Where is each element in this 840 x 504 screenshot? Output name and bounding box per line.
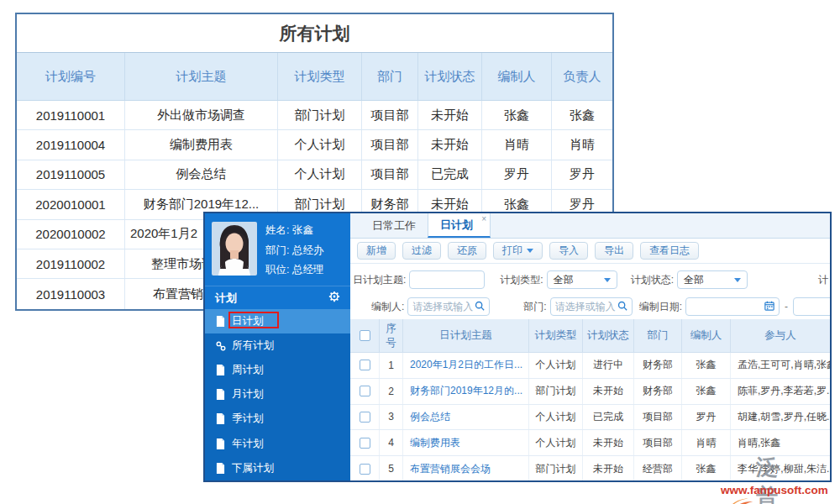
tab-daily-work[interactable]: 日常工作 — [360, 213, 428, 238]
cell-dept: 项目部 — [634, 405, 682, 430]
cell-subject-link[interactable]: 例会总结 — [403, 405, 529, 430]
status-filter-label: 计划状态: — [631, 273, 674, 287]
main-area: 日常工作 日计划 × 新增 过滤 还原 打印 导入 导出 查看日志 日计划主题: — [350, 213, 830, 480]
sidebar-item-label: 季计划 — [232, 412, 264, 426]
creator-filter-label: 编制人: — [371, 300, 404, 314]
row-checkbox[interactable] — [360, 438, 370, 449]
cell-dept: 财务部 — [634, 353, 682, 378]
select-all-checkbox[interactable] — [360, 330, 370, 341]
cell-plan-no: 2019110005 — [17, 160, 125, 189]
cell-type: 个人计划 — [529, 405, 583, 430]
dept-filter-label: 部门: — [523, 300, 546, 314]
fanpu-logo-icon — [724, 496, 754, 504]
column-header: 部门 — [362, 53, 418, 100]
cell-type: 个人计划 — [529, 430, 583, 455]
dept-filter-input[interactable] — [555, 301, 617, 312]
tab-daily-plan[interactable]: 日计划 × — [428, 213, 491, 238]
search-icon[interactable] — [617, 301, 627, 313]
cell-owner: 罗丹 — [552, 160, 612, 189]
cell-creator: 张鑫 — [482, 101, 552, 129]
row-checkbox[interactable] — [360, 412, 370, 423]
gear-icon[interactable] — [328, 291, 340, 305]
add-button[interactable]: 新增 — [357, 242, 396, 260]
filter-button[interactable]: 过滤 — [402, 242, 441, 260]
sidebar-item-monthly-plan[interactable]: 月计划 — [205, 382, 350, 407]
profile-info: 姓名: 张鑫 部门: 总经办 职位: 总经理 — [265, 222, 323, 279]
import-button[interactable]: 导入 — [549, 242, 588, 260]
cell-plan-no: 2019110003 — [17, 279, 125, 308]
table-row[interactable]: 2019110004 编制费用表 个人计划 项目部 未开始 肖晴 肖晴 — [17, 130, 612, 160]
filter-row-2: 编制人: 部门: 编制日期: — [350, 297, 830, 317]
view-log-button[interactable]: 查看日志 — [640, 242, 699, 260]
cell-creator: 肖晴 — [682, 430, 731, 455]
cell-status: 已完成 — [583, 405, 634, 430]
cell-subject: 编制费用表 — [125, 130, 278, 159]
date-end-input[interactable] — [798, 301, 830, 312]
cell-creator: 肖晴 — [482, 130, 552, 159]
table-row[interactable]: 5 布置营销展会会场 部门计划 未开始 经营部 张鑫 李华,李婷,柳甜,朱洁..… — [350, 456, 830, 480]
cell-subject-link[interactable]: 布置营销展会会场 — [403, 456, 529, 480]
screen: 所有计划 计划编号 计划主题 计划类型 部门 计划状态 编制人 负责人 2019… — [0, 0, 840, 504]
sidebar-item-weekly-plan[interactable]: 周计划 — [205, 358, 350, 382]
page-title: 所有计划 — [17, 14, 612, 53]
all-plans-header-row: 计划编号 计划主题 计划类型 部门 计划状态 编制人 负责人 — [17, 53, 612, 101]
type-filter-select[interactable]: 全部 — [547, 270, 617, 289]
cell-subject: 外出做市场调查 — [125, 101, 278, 129]
row-checkbox[interactable] — [360, 464, 370, 475]
column-header: 编制人 — [682, 319, 731, 352]
column-header: 负责人 — [552, 53, 612, 100]
cell-dept: 经营部 — [634, 456, 682, 480]
cell-participants: 孟浩,王可可,肖晴,张鑫 — [731, 353, 830, 378]
export-button[interactable]: 导出 — [595, 242, 633, 260]
cell-creator: 罗丹 — [682, 405, 731, 430]
row-checkbox[interactable] — [360, 386, 370, 396]
row-checkbox[interactable] — [360, 360, 370, 370]
cell-subject-link[interactable]: 编制费用表 — [403, 430, 529, 455]
cell-no: 4 — [380, 430, 403, 455]
user-profile: 姓名: 张鑫 部门: 总经办 职位: 总经理 — [205, 213, 350, 286]
search-icon[interactable] — [475, 301, 485, 313]
status-filter-select[interactable]: 全部 — [677, 270, 748, 289]
sidebar-item-quarterly-plan[interactable]: 季计划 — [205, 407, 350, 431]
file-icon — [216, 316, 226, 327]
calendar-icon[interactable] — [764, 301, 774, 313]
date-start-input[interactable] — [690, 301, 764, 312]
restore-button[interactable]: 还原 — [448, 242, 486, 260]
cell-plan-no: 2019110002 — [17, 249, 125, 278]
column-header: 计划类型 — [278, 53, 362, 100]
clipped-filter-label: 计 — [818, 273, 828, 287]
cell-plan-no: 2019110004 — [17, 130, 125, 159]
creator-filter-input[interactable] — [412, 301, 475, 312]
cell-type: 部门计划 — [529, 456, 583, 480]
table-row[interactable]: 1 2020年1月2日的工作日... 个人计划 进行中 财务部 张鑫 孟浩,王可… — [350, 353, 830, 379]
table-row[interactable]: 2019110001 外出做市场调查 部门计划 项目部 未开始 张鑫 张鑫 — [17, 101, 612, 130]
table-row[interactable]: 2019110005 例会总结 个人计划 项目部 已完成 罗丹 罗丹 — [17, 160, 612, 190]
column-header: 序号 — [380, 319, 403, 352]
close-icon[interactable]: × — [481, 214, 486, 223]
cell-participants: 李华,李婷,柳甜,朱洁... — [731, 456, 830, 480]
profile-position: 职位: 总经理 — [265, 263, 323, 277]
sidebar-item-yearly-plan[interactable]: 年计划 — [205, 431, 350, 455]
cell-plan-no: 2020010001 — [17, 190, 125, 218]
table-row[interactable]: 2 财务部门2019年12月的... 部门计划 未开始 财务部 张鑫 陈菲,罗丹… — [350, 379, 830, 405]
sidebar-menu: 日计划 所有计划 周计划 月计划 季计划 — [205, 309, 350, 480]
sidebar-item-all-plans[interactable]: 所有计划 — [205, 333, 350, 358]
toolbar: 新增 过滤 还原 打印 导入 导出 查看日志 — [350, 239, 830, 264]
column-header: 计划主题 — [125, 53, 278, 100]
subject-filter-input[interactable] — [409, 270, 485, 289]
table-row[interactable]: 3 例会总结 个人计划 已完成 项目部 罗丹 胡建,胡雪,罗丹,任晓... — [350, 405, 830, 431]
sidebar-item-label: 年计划 — [232, 437, 264, 451]
cell-participants: 胡建,胡雪,罗丹,任晓... — [731, 405, 830, 430]
table-row[interactable]: 4 编制费用表 个人计划 未开始 项目部 肖晴 肖晴,张鑫 — [350, 430, 830, 456]
cell-type: 部门计划 — [278, 101, 362, 129]
cell-subject-link[interactable]: 财务部门2019年12月的... — [403, 379, 529, 404]
daily-plan-table: 序号 日计划主题 计划类型 计划状态 部门 编制人 参与人 1 2020年1月2… — [350, 319, 830, 480]
cell-creator: 张鑫 — [682, 353, 731, 378]
sidebar-item-subordinate-plan[interactable]: 下属计划 — [205, 456, 350, 480]
cell-subject-link[interactable]: 2020年1月2日的工作日... — [403, 353, 529, 378]
print-button[interactable]: 打印 — [493, 242, 543, 260]
cell-creator: 罗丹 — [482, 160, 552, 189]
sidebar-item-label: 周计划 — [232, 363, 264, 377]
chevron-down-icon — [604, 278, 611, 282]
creator-filter-box — [407, 297, 490, 316]
